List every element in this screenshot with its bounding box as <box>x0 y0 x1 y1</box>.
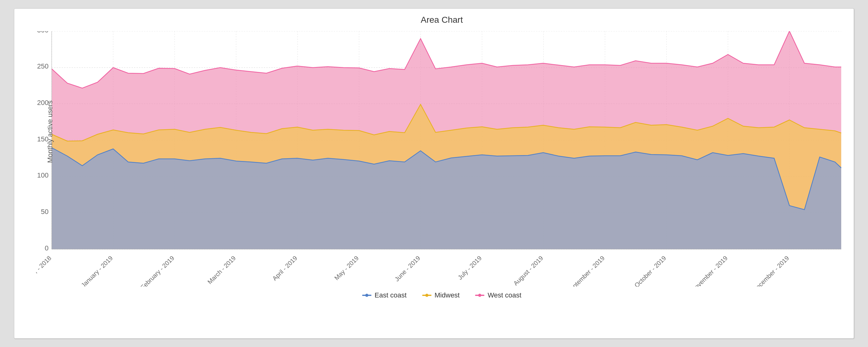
legend-west-coast-label: West coast <box>488 291 521 299</box>
svg-text:July - 2019: July - 2019 <box>456 255 483 281</box>
svg-point-47 <box>478 294 481 297</box>
legend-midwest: Midwest <box>422 291 460 299</box>
y-axis-label: Monthly active users <box>46 100 54 163</box>
svg-text:December - 2018: December - 2018 <box>36 255 53 287</box>
svg-text:January - 2019: January - 2019 <box>80 255 114 287</box>
chart-title: Area Chart <box>36 15 847 25</box>
svg-text:March - 2019: March - 2019 <box>206 255 237 285</box>
svg-text:April - 2019: April - 2019 <box>271 255 298 282</box>
svg-text:300: 300 <box>37 31 49 34</box>
legend-midwest-label: Midwest <box>435 291 460 299</box>
chart-container: Area Chart Monthly active users <box>14 8 854 339</box>
main-chart-svg: 0 50 100 150 200 250 300 December - 2018… <box>36 31 847 287</box>
svg-text:0: 0 <box>45 244 49 252</box>
svg-point-43 <box>365 294 368 297</box>
svg-text:June - 2019: June - 2019 <box>393 255 421 283</box>
svg-text:May - 2019: May - 2019 <box>333 255 360 281</box>
legend-east-coast: East coast <box>362 291 407 299</box>
svg-text:September - 2019: September - 2019 <box>566 255 606 287</box>
svg-text:August - 2019: August - 2019 <box>512 255 545 287</box>
svg-text:December - 2019: December - 2019 <box>751 255 790 287</box>
legend-east-coast-label: East coast <box>375 291 407 299</box>
legend-west-coast: West coast <box>475 291 521 299</box>
svg-text:100: 100 <box>37 171 49 179</box>
svg-text:November - 2019: November - 2019 <box>690 255 729 287</box>
chart-area: Monthly active users <box>36 31 847 287</box>
svg-point-45 <box>425 294 428 297</box>
svg-text:50: 50 <box>41 208 49 215</box>
svg-text:250: 250 <box>37 62 49 70</box>
svg-text:October - 2019: October - 2019 <box>633 255 667 287</box>
east-coast-area <box>52 148 841 249</box>
svg-text:February - 2019: February - 2019 <box>140 255 176 287</box>
chart-legend: East coast Midwest West coast <box>36 291 847 299</box>
